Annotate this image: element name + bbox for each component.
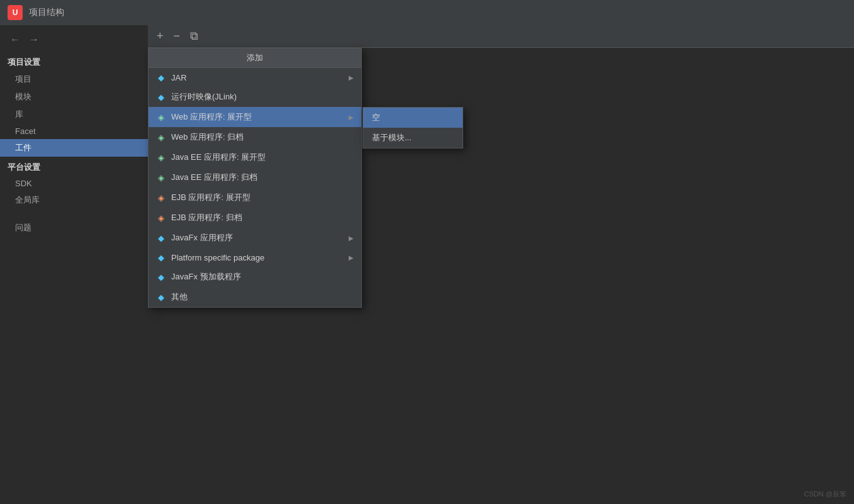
web-exploded-arrow-icon: ▶ [349, 114, 354, 121]
menu-item-ejb-exploded[interactable]: ◈ EJB 应用程序: 展开型 [149, 188, 361, 208]
sidebar-item-problems[interactable]: 问题 [0, 219, 148, 237]
menu-item-runtime-label: 运行时映像(JLink) [171, 91, 354, 103]
menu-item-ejb-archive[interactable]: ◈ EJB 应用程序: 归档 [149, 208, 361, 228]
sidebar-nav: ← → [0, 30, 148, 52]
menu-item-javaee-exploded[interactable]: ◈ Java EE 应用程序: 展开型 [149, 147, 361, 167]
sidebar-item-artifact[interactable]: 工件 [0, 139, 148, 157]
sidebar-item-library[interactable]: 库 [0, 106, 148, 123]
sidebar-item-module[interactable]: 模块 [0, 88, 148, 106]
content-area: + − ⧉ 添加 ◆ JAR ▶ ◆ [148, 25, 854, 504]
submenu-item-module-based[interactable]: 基于模块... [363, 128, 463, 148]
menu-item-ejb-archive-label: EJB 应用程序: 归档 [171, 212, 354, 223]
web-exploded-icon: ◈ [156, 112, 166, 122]
menu-item-javafx-app-label: JavaFx 应用程序 [171, 232, 344, 244]
dropdown-container: 添加 ◆ JAR ▶ ◆ 运行时映像(JLink) [148, 48, 362, 308]
sidebar-item-facet[interactable]: Facet [0, 123, 148, 139]
menu-item-other[interactable]: ◆ 其他 [149, 287, 361, 307]
title-bar: U 项目结构 [0, 0, 854, 25]
copy-button[interactable]: ⧉ [186, 28, 202, 44]
platform-package-arrow-icon: ▶ [349, 254, 354, 261]
window-title: 项目结构 [29, 7, 64, 18]
jar-icon: ◆ [156, 72, 166, 82]
submenu-list: 空 基于模块... [362, 107, 463, 148]
main-layout: ← → 项目设置 项目 模块 库 Facet 工件 平台设置 SDK 全局库 问… [0, 25, 854, 504]
menu-item-web-archive-label: Web 应用程序: 归档 [171, 132, 354, 143]
sidebar-item-global-library[interactable]: 全局库 [0, 191, 148, 209]
menu-item-web-exploded-label: Web 应用程序: 展开型 [171, 111, 344, 123]
forward-button[interactable]: → [26, 33, 42, 47]
javafx-app-icon: ◆ [156, 233, 166, 243]
remove-button[interactable]: − [170, 28, 184, 44]
submenu-item-empty[interactable]: 空 [363, 108, 463, 128]
sidebar-item-project[interactable]: 项目 [0, 70, 148, 88]
menu-item-jar-label: JAR [171, 73, 344, 82]
menu-item-javaee-exploded-label: Java EE 应用程序: 展开型 [171, 152, 354, 163]
platform-package-icon: ◆ [156, 252, 166, 262]
menu-item-web-exploded[interactable]: ◈ Web 应用程序: 展开型 ▶ 空 基于模块... [149, 107, 361, 127]
menu-item-platform-package-label: Platform specific package [171, 253, 344, 262]
menu-item-javafx-preloader-label: JavaFx 预加载程序 [171, 271, 354, 283]
toolbar: + − ⧉ [148, 25, 854, 48]
menu-item-web-archive[interactable]: ◈ Web 应用程序: 归档 [149, 127, 361, 147]
jar-arrow-icon: ▶ [349, 74, 354, 81]
add-button[interactable]: + [153, 28, 167, 44]
javafx-app-arrow-icon: ▶ [349, 235, 354, 242]
menu-item-javaee-archive-label: Java EE 应用程序: 归档 [171, 172, 354, 183]
web-archive-icon: ◈ [156, 132, 166, 142]
project-settings-title: 项目设置 [0, 52, 148, 70]
sidebar: ← → 项目设置 项目 模块 库 Facet 工件 平台设置 SDK 全局库 问… [0, 25, 148, 504]
back-button[interactable]: ← [8, 33, 23, 47]
main-menu: 添加 ◆ JAR ▶ ◆ 运行时映像(JLink) [148, 48, 362, 308]
runtime-icon: ◆ [156, 92, 166, 102]
javaee-archive-icon: ◈ [156, 172, 166, 182]
ejb-archive-icon: ◈ [156, 213, 166, 223]
ejb-exploded-icon: ◈ [156, 193, 166, 203]
menu-item-platform-package[interactable]: ◆ Platform specific package ▶ [149, 248, 361, 267]
menu-header: 添加 [149, 48, 361, 68]
menu-item-jar[interactable]: ◆ JAR ▶ [149, 68, 361, 87]
javaee-exploded-icon: ◈ [156, 152, 166, 162]
app-logo: U [8, 5, 23, 20]
other-icon: ◆ [156, 292, 166, 302]
platform-settings-title: 平台设置 [0, 157, 148, 176]
sidebar-item-sdk[interactable]: SDK [0, 176, 148, 191]
submenu: 空 基于模块... [362, 107, 463, 148]
menu-item-runtime-image[interactable]: ◆ 运行时映像(JLink) [149, 87, 361, 107]
menu-item-javafx-app[interactable]: ◆ JavaFx 应用程序 ▶ [149, 228, 361, 248]
javafx-preloader-icon: ◆ [156, 272, 166, 282]
menu-item-ejb-exploded-label: EJB 应用程序: 展开型 [171, 192, 354, 203]
menu-item-javafx-preloader[interactable]: ◆ JavaFx 预加载程序 [149, 267, 361, 287]
menu-item-javaee-archive[interactable]: ◈ Java EE 应用程序: 归档 [149, 167, 361, 188]
menu-item-other-label: 其他 [171, 291, 354, 303]
watermark: CSDN @辰笨 [804, 490, 846, 499]
